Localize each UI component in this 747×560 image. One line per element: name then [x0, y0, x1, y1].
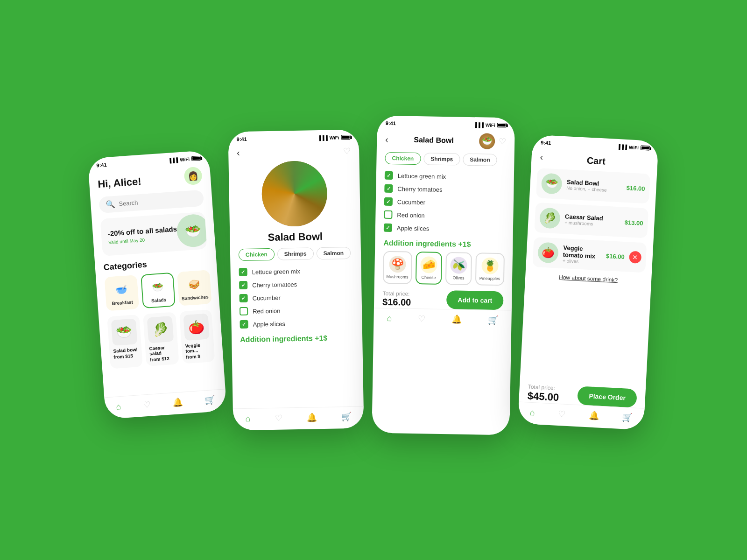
cheese-icon: 🧀 — [420, 256, 437, 273]
tab-chicken-3[interactable]: Chicken — [385, 152, 421, 165]
cart-item-price-2: $16.00 — [606, 252, 624, 260]
cart-item-img-2: 🍅 — [537, 242, 558, 263]
back-button-3[interactable]: ‹ — [385, 134, 388, 145]
screen-detail-lg: 9:41 ▐▐▐ WiFi ‹ Salad Bowl 🥗 ♡ Chicken S… — [372, 115, 515, 435]
total-label-3: Total price: — [382, 290, 411, 297]
ingredient-0[interactable]: Lettuce green mix — [239, 264, 352, 279]
add-to-cart-button-3[interactable]: Add to cart — [446, 290, 504, 310]
additions-price-3: +1$ — [458, 240, 471, 248]
addition-label-pineapples: Pineapples — [479, 276, 500, 281]
salad-image-2 — [261, 161, 327, 227]
tab-shrimps-3[interactable]: Shrimps — [423, 153, 459, 165]
ingredient-name-1: Cherry tomatoes — [252, 280, 297, 288]
nav-bell-3[interactable]: 🔔 — [451, 314, 462, 324]
ingredient-3-1[interactable]: Cherry tomatoes — [384, 182, 505, 197]
bottom-nav-3: ⌂ ♡ 🔔 🛒 — [374, 308, 512, 332]
nav-home-3[interactable]: ⌂ — [387, 313, 392, 323]
nav-home-2[interactable]: ⌂ — [245, 413, 250, 423]
wifi-icon-2: WiFi — [329, 135, 339, 140]
search-icon: 🔍 — [105, 200, 115, 209]
place-order-button[interactable]: Place Order — [577, 386, 637, 408]
food-price-2: from $ — [185, 353, 211, 360]
tab-salmon-3[interactable]: Salmon — [462, 154, 497, 166]
tab-chicken-2[interactable]: Chicken — [238, 248, 274, 261]
category-salads[interactable]: 🥗 Salads — [141, 273, 176, 309]
checkbox-2[interactable] — [239, 294, 247, 302]
ingredient-name-4: Apple slices — [253, 320, 285, 328]
checkbox-3[interactable] — [239, 307, 247, 315]
checkbox-3-3[interactable] — [384, 210, 392, 219]
food-name-0: Salad bowl — [113, 347, 138, 354]
cart-item-img-1: 🥬 — [539, 207, 560, 229]
bottom-nav-2: ⌂ ♡ 🔔 🛒 — [233, 406, 364, 431]
addition-cheese[interactable]: 🧀 Cheese — [415, 252, 442, 285]
ingredient-3-3[interactable]: Red onion — [384, 208, 505, 224]
category-breakfast[interactable]: 🥣 Breakfast — [104, 275, 139, 311]
cart-items-list: 🥗 Salad Bowl No onion, + cheese $16.00 🥬… — [526, 163, 657, 273]
nav-cart-4[interactable]: 🛒 — [622, 412, 633, 423]
wifi-icon-3: WiFi — [485, 122, 495, 127]
checkbox-1[interactable] — [239, 281, 247, 289]
checkbox-0[interactable] — [239, 268, 247, 276]
addition-pineapples[interactable]: 🍍 Pineapples — [475, 252, 504, 286]
search-input[interactable] — [118, 195, 197, 208]
nav-heart-2[interactable]: ♡ — [275, 413, 282, 423]
food-name-1: Caesar salad — [149, 344, 175, 357]
tab-shrimps-2[interactable]: Shrimps — [277, 247, 313, 260]
nav-cart-2[interactable]: 🛒 — [341, 412, 351, 422]
category-sandwiches[interactable]: 🥪 Sandwiches — [176, 270, 211, 306]
food-card-2[interactable]: 🍅 Veggie tom... from $ — [179, 309, 215, 364]
ingredient-3-2[interactable]: Cucumber — [384, 195, 505, 210]
nav-bell-4[interactable]: 🔔 — [588, 410, 599, 421]
food-card-0[interactable]: 🥗 Salad bowl from $15 — [107, 315, 143, 369]
avatar[interactable]: 👩 — [183, 167, 203, 186]
nav-home-1[interactable]: ⌂ — [115, 402, 121, 412]
checkbox-4[interactable] — [240, 320, 248, 329]
food-price-1: from $12 — [149, 356, 175, 363]
back-button-2[interactable]: ‹ — [237, 147, 240, 158]
nav-cart-3[interactable]: 🛒 — [488, 315, 498, 325]
battery-icon-3 — [497, 123, 506, 127]
cart-item-img-0: 🥗 — [541, 173, 562, 194]
nav-heart-4[interactable]: ♡ — [557, 409, 565, 420]
checkbox-3-1[interactable] — [384, 184, 393, 193]
favorite-button-3[interactable]: ♡ — [499, 136, 506, 147]
ingredient-3-4[interactable]: Apple slices — [383, 221, 504, 237]
battery-icon-4 — [640, 145, 649, 150]
favorite-button-2[interactable]: ♡ — [343, 146, 351, 156]
category-sandwiches-label: Sandwiches — [181, 294, 208, 301]
status-icons-2: ▐▐▐ WiFi — [317, 134, 350, 140]
cart-item-name-2: Veggie tomato mix — [563, 244, 602, 260]
tab-salmon-2[interactable]: Salmon — [316, 247, 351, 259]
nav-bell-1[interactable]: 🔔 — [172, 397, 183, 408]
tabs-row-2: Chicken Shrimps Salmon — [230, 242, 361, 261]
nav-bell-2[interactable]: 🔔 — [306, 412, 317, 422]
food-card-1[interactable]: 🥬 Caesar salad from $12 — [143, 312, 179, 366]
checkbox-3-2[interactable] — [384, 197, 392, 206]
status-icons-3: ▐▐▐ WiFi — [473, 122, 506, 128]
nav-home-4[interactable]: ⌂ — [529, 407, 535, 418]
search-bar[interactable]: 🔍 — [99, 190, 204, 214]
detail-header-3: ‹ Salad Bowl 🥗 ♡ — [376, 127, 514, 149]
food-img-2: 🍅 — [183, 314, 210, 341]
checkbox-3-4[interactable] — [383, 224, 392, 232]
ingredient-1[interactable]: Cherry tomatoes — [239, 277, 352, 292]
ingredient-2[interactable]: Cucumber — [239, 290, 353, 305]
cart-item-price-0: $16.00 — [626, 184, 645, 192]
cart-total-value: $45.00 — [527, 390, 559, 404]
ingredient-name-3-1: Cherry tomatoes — [397, 185, 442, 193]
ingredient-4[interactable]: Apple slices — [240, 316, 353, 331]
nav-cart-1[interactable]: 🛒 — [204, 395, 215, 406]
checkbox-3-0[interactable] — [384, 171, 393, 180]
nav-heart-1[interactable]: ♡ — [142, 399, 150, 410]
battery-icon — [191, 156, 201, 161]
ingredient-name-3-0: Lettuce green mix — [397, 172, 446, 180]
remove-item-button-2[interactable]: ✕ — [629, 251, 641, 264]
screen-detail-sm: 9:41 ▐▐▐ WiFi ‹ ♡ Salad Bowl Chicken Shr… — [228, 130, 364, 431]
addition-olives[interactable]: 🫒 Olives — [445, 252, 472, 285]
nav-heart-3[interactable]: ♡ — [418, 314, 425, 324]
ingredient-3[interactable]: Red onion — [239, 303, 353, 318]
food-img-1: 🥬 — [147, 316, 173, 343]
ingredient-3-0[interactable]: Lettuce green mix — [384, 169, 505, 184]
addition-mushrooms[interactable]: 🍄 Mushrooms — [382, 251, 412, 284]
